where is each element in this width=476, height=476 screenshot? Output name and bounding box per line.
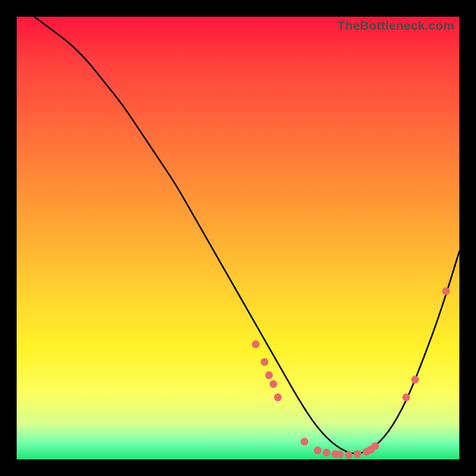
curve-markers bbox=[252, 287, 450, 459]
marker-dot bbox=[345, 451, 353, 459]
marker-dot bbox=[252, 340, 259, 348]
chart-svg bbox=[17, 17, 459, 459]
marker-dot bbox=[314, 447, 321, 455]
marker-dot bbox=[270, 380, 277, 388]
marker-dot bbox=[300, 438, 308, 446]
marker-dot bbox=[322, 449, 330, 456]
marker-dot bbox=[353, 450, 361, 458]
marker-dot bbox=[274, 393, 282, 401]
plot-area: TheBottleneck.com bbox=[17, 17, 459, 459]
marker-dot bbox=[371, 442, 379, 450]
bottleneck-curve bbox=[35, 17, 459, 453]
marker-dot bbox=[261, 358, 268, 366]
watermark-text: TheBottleneck.com bbox=[337, 18, 455, 33]
marker-dot bbox=[265, 371, 273, 379]
marker-dot bbox=[411, 376, 419, 384]
marker-dot bbox=[402, 393, 410, 401]
chart-frame: TheBottleneck.com bbox=[17, 17, 459, 459]
marker-dot bbox=[442, 287, 450, 295]
marker-dot bbox=[336, 450, 344, 458]
